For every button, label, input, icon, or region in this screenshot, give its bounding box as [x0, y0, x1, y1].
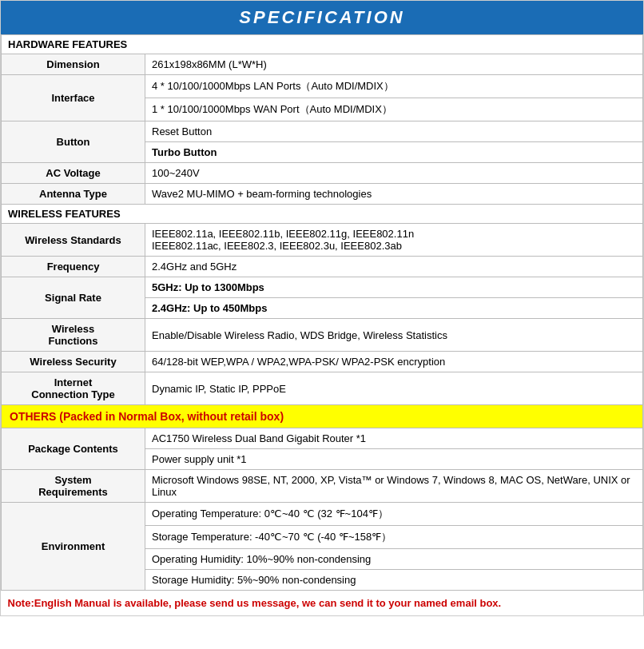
frequency-value: 2.4GHz and 5GHz [145, 257, 643, 277]
wireless-standards-label: Wireless Standards [2, 224, 145, 257]
system-requirements-value: Microsoft Windows 98SE, NT, 2000, XP, Vi… [145, 470, 643, 503]
wireless-security-row: Wireless Security 64/128-bit WEP,WPA / W… [2, 352, 643, 372]
wireless-functions-label: WirelessFunctions [2, 319, 145, 352]
internet-connection-type-label: InternetConnection Type [2, 372, 145, 405]
antenna-type-row: Antenna Type Wave2 MU-MIMO + beam-formin… [2, 184, 643, 205]
wireless-features-header: WIRELESS FEATURES [2, 205, 643, 224]
system-requirements-row: SystemRequirements Microsoft Windows 98S… [2, 470, 643, 503]
system-requirements-label: SystemRequirements [2, 470, 145, 503]
spec-container: SPECIFICATION HARDWARE FEATURES Dimensio… [0, 0, 644, 616]
interface-label: Interface [2, 75, 145, 121]
environment-value-4: Storage Humidity: 5%~90% non-condensing [145, 570, 643, 591]
page-title: SPECIFICATION [1, 7, 643, 28]
internet-connection-type-row: InternetConnection Type Dynamic IP, Stat… [2, 372, 643, 405]
others-row: OTHERS (Packed in Normal Box, without re… [2, 405, 643, 428]
signal-rate-label: Signal Rate [2, 277, 145, 319]
antenna-type-label: Antenna Type [2, 184, 145, 205]
hardware-header-row: HARDWARE FEATURES [2, 35, 643, 54]
button-label: Button [2, 121, 145, 163]
signal-rate-value-2: 2.4GHz: Up to 450Mbps [145, 298, 643, 319]
ac-voltage-row: AC Voltage 100~240V [2, 163, 643, 184]
wireless-security-value: 64/128-bit WEP,WPA / WPA2,WPA-PSK/ WPA2-… [145, 352, 643, 372]
wireless-standards-row: Wireless Standards IEEE802.11a, IEEE802.… [2, 224, 643, 257]
dimension-label: Dimension [2, 54, 145, 75]
interface-row: Interface 4 * 10/100/1000Mbps LAN Ports（… [2, 75, 643, 98]
ac-voltage-value: 100~240V [145, 163, 643, 184]
package-contents-value-1: AC1750 Wireless Dual Band Gigabit Router… [145, 428, 643, 449]
others-label: OTHERS (Packed in Normal Box, without re… [2, 405, 643, 428]
button-value-1: Reset Button [145, 121, 643, 142]
environment-value-1: Operating Temperature: 0℃~40 ℃ (32 ℉~104… [145, 503, 643, 526]
wireless-functions-row: WirelessFunctions Enable/Disable Wireles… [2, 319, 643, 352]
interface-value-2: 1 * 10/100/1000Mbps WAN Port（Auto MDI/MD… [145, 98, 643, 121]
wireless-standards-value: IEEE802.11a, IEEE802.11b, IEEE802.11g, I… [145, 224, 643, 257]
spec-table: HARDWARE FEATURES Dimension 261x198x86MM… [1, 34, 643, 615]
note-row: Note:English Manual is available, please… [2, 591, 643, 616]
wireless-functions-value: Enable/Disable Wireless Radio, WDS Bridg… [145, 319, 643, 352]
ac-voltage-label: AC Voltage [2, 163, 145, 184]
wireless-security-label: Wireless Security [2, 352, 145, 372]
button-value-2: Turbo Button [145, 142, 643, 163]
wireless-header-row: WIRELESS FEATURES [2, 205, 643, 224]
package-contents-row-1: Package Contents AC1750 Wireless Dual Ba… [2, 428, 643, 449]
environment-label: Environment [2, 503, 145, 591]
signal-rate-value-1: 5GHz: Up to 1300Mbps [145, 277, 643, 298]
dimension-value: 261x198x86MM (L*W*H) [145, 54, 643, 75]
note-text: Note:English Manual is available, please… [2, 591, 643, 616]
environment-value-2: Storage Temperature: -40℃~70 ℃ (-40 ℉~15… [145, 526, 643, 549]
frequency-row: Frequency 2.4GHz and 5GHz [2, 257, 643, 277]
signal-rate-row-1: Signal Rate 5GHz: Up to 1300Mbps [2, 277, 643, 298]
environment-row-1: Environment Operating Temperature: 0℃~40… [2, 503, 643, 526]
frequency-label: Frequency [2, 257, 145, 277]
hardware-features-header: HARDWARE FEATURES [2, 35, 643, 54]
interface-value-1: 4 * 10/100/1000Mbps LAN Ports（Auto MDI/M… [145, 75, 643, 98]
environment-value-3: Operating Humidity: 10%~90% non-condensi… [145, 549, 643, 570]
package-contents-label: Package Contents [2, 428, 145, 470]
internet-connection-type-value: Dynamic IP, Static IP, PPPoE [145, 372, 643, 405]
button-row-1: Button Reset Button [2, 121, 643, 142]
antenna-type-value: Wave2 MU-MIMO + beam-forming technologie… [145, 184, 643, 205]
dimension-row: Dimension 261x198x86MM (L*W*H) [2, 54, 643, 75]
package-contents-value-2: Power supply unit *1 [145, 449, 643, 470]
title-bar: SPECIFICATION [1, 1, 643, 34]
